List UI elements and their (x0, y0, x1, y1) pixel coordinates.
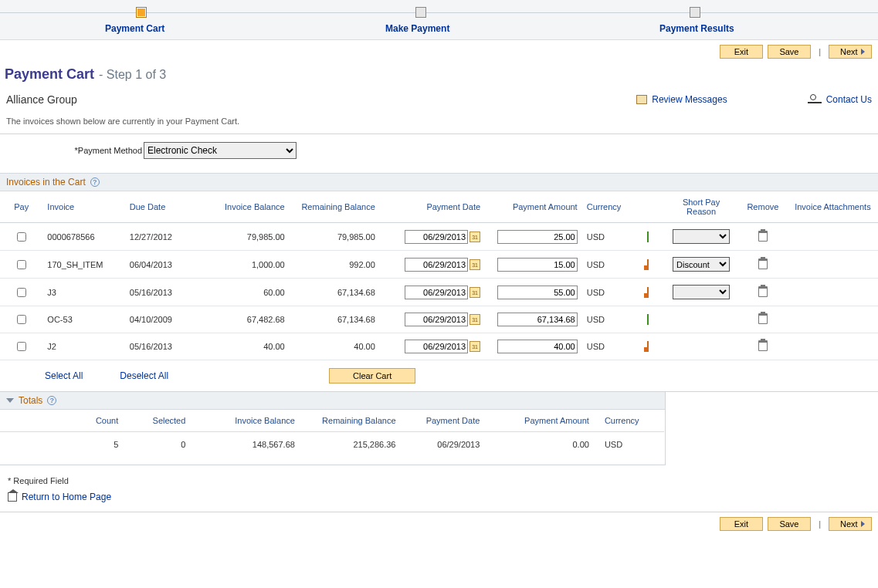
pay-checkbox[interactable] (17, 260, 26, 269)
step1-box[interactable] (136, 7, 147, 18)
col-payment-date[interactable]: Payment Date (380, 191, 485, 223)
totals-header[interactable]: Totals ? (0, 392, 665, 410)
select-all-link[interactable]: Select All (45, 370, 83, 381)
pay-checkbox[interactable] (17, 342, 26, 351)
table-row: J3 05/16/2013 60.00 67,134.68 USD (0, 279, 878, 306)
payment-method-row: *Payment Method Electronic Check (0, 134, 878, 173)
step2-box[interactable] (415, 7, 426, 18)
cell-due-date: 06/04/2013 (125, 251, 207, 279)
col-short-pay[interactable]: Short Pay Reason (664, 191, 738, 223)
step3-box[interactable] (690, 7, 700, 18)
payment-date-input[interactable] (405, 230, 468, 244)
calendar-icon[interactable] (470, 287, 480, 298)
description-text: The invoices shown below are currently i… (0, 117, 878, 134)
save-button[interactable]: Save (768, 45, 811, 59)
discount-icon[interactable] (647, 341, 649, 352)
save-button-bottom[interactable]: Save (768, 517, 811, 531)
calendar-icon[interactable] (470, 259, 480, 270)
col-invoice-balance[interactable]: Invoice Balance (207, 191, 289, 223)
table-row: 0000678566 12/27/2012 79,985.00 79,985.0… (0, 223, 878, 251)
next-label: Next (840, 519, 858, 529)
payment-amount-input[interactable] (497, 258, 578, 272)
col-remaining-balance[interactable]: Remaining Balance (290, 191, 380, 223)
clear-cart-button[interactable]: Clear Cart (329, 368, 415, 384)
contact-icon (808, 96, 822, 103)
cell-due-date: 04/10/2009 (125, 306, 207, 333)
payment-date-input[interactable] (405, 286, 468, 299)
col-due-date[interactable]: Due Date (125, 191, 207, 223)
tcol-pay-date: Payment Date (404, 410, 488, 432)
short-pay-select[interactable]: Discount (673, 257, 730, 272)
t-count: 5 (0, 432, 126, 458)
trash-icon[interactable] (758, 231, 768, 242)
pay-checkbox[interactable] (17, 315, 26, 324)
exit-button[interactable]: Exit (720, 45, 763, 59)
exit-button-bottom[interactable]: Exit (720, 517, 763, 531)
next-button-bottom[interactable]: Next (829, 517, 872, 531)
payment-amount-input[interactable] (497, 340, 578, 353)
short-pay-select[interactable] (673, 229, 730, 244)
pay-checkbox[interactable] (17, 288, 26, 297)
cell-invoice: 170_SH_ITEM (42, 251, 124, 279)
note-icon[interactable] (647, 231, 649, 242)
payment-date-input[interactable] (405, 340, 468, 353)
cell-invoice: 0000678566 (42, 223, 124, 251)
cell-invoice: J3 (42, 279, 124, 306)
home-icon (8, 492, 17, 502)
payment-date-input[interactable] (405, 313, 468, 326)
discount-icon[interactable] (647, 287, 649, 298)
t-selected: 0 (126, 432, 193, 458)
calendar-icon[interactable] (470, 314, 480, 325)
return-home-link[interactable]: Return to Home Page (22, 492, 111, 502)
col-invoice[interactable]: Invoice (42, 191, 124, 223)
trash-icon[interactable] (758, 313, 768, 324)
stepper-line (0, 12, 878, 13)
collapse-icon (6, 398, 14, 403)
calendar-icon[interactable] (470, 231, 480, 242)
return-home-row: Return to Home Page (0, 490, 878, 512)
payment-amount-input[interactable] (497, 230, 578, 244)
cell-inv-bal: 67,482.68 (207, 306, 289, 333)
step1-label[interactable]: Payment Cart (105, 23, 164, 34)
trash-icon[interactable] (758, 259, 768, 269)
table-row: 170_SH_ITEM 06/04/2013 1,000.00 992.00 U… (0, 251, 878, 279)
help-icon[interactable]: ? (90, 177, 100, 187)
help-icon[interactable]: ? (47, 396, 56, 405)
company-name: Alliance Group (6, 93, 525, 106)
pay-checkbox[interactable] (17, 232, 26, 242)
company-row: Alliance Group Review Messages Contact U… (0, 90, 878, 117)
cell-inv-bal: 1,000.00 (207, 251, 289, 279)
t-pay-amt: 0.00 (487, 432, 597, 458)
contact-us-link[interactable]: Contact Us (808, 94, 872, 105)
deselect-all-link[interactable]: Deselect All (120, 370, 168, 381)
cell-due-date: 12/27/2012 (125, 223, 207, 251)
discount-icon[interactable] (647, 259, 649, 270)
next-button[interactable]: Next (829, 45, 872, 59)
review-messages-link[interactable]: Review Messages (636, 94, 727, 105)
step2-label[interactable]: Make Payment (385, 23, 449, 34)
totals-section: Totals ? Count Selected Invoice Balance … (0, 392, 666, 465)
col-payment-amount[interactable]: Payment Amount (485, 191, 582, 223)
cell-currency: USD (582, 306, 632, 333)
next-label: Next (840, 47, 858, 56)
col-attachments[interactable]: Invoice Attachments (788, 191, 878, 223)
cell-rem-bal: 67,134.68 (290, 279, 380, 306)
payment-amount-input[interactable] (497, 313, 578, 326)
totals-title: Totals (19, 395, 42, 406)
step3-label[interactable]: Payment Results (659, 23, 734, 34)
trash-icon[interactable] (758, 340, 768, 351)
note-icon[interactable] (647, 314, 649, 325)
col-currency[interactable]: Currency (582, 191, 632, 223)
payment-method-select[interactable]: Electronic Check (144, 142, 297, 159)
calendar-icon[interactable] (470, 341, 480, 352)
wizard-stepper: Payment Cart Make Payment Payment Result… (0, 0, 878, 40)
payment-date-input[interactable] (405, 258, 468, 272)
cell-invoice: OC-53 (42, 306, 124, 333)
short-pay-select[interactable] (673, 285, 730, 299)
t-inv-bal: 148,567.68 (193, 432, 303, 458)
page-title-row: Payment Cart - Step 1 of 3 (0, 62, 878, 90)
payment-amount-input[interactable] (497, 286, 578, 299)
messages-icon (636, 95, 647, 104)
trash-icon[interactable] (758, 286, 768, 297)
invoices-section-title: Invoices in the Cart (6, 177, 86, 188)
